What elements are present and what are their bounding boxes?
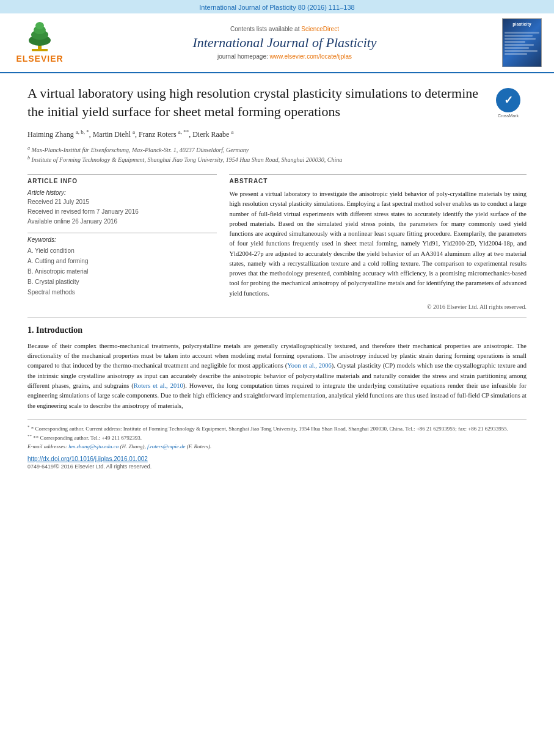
footnote-star1: * * Corresponding author. Current addres… xyxy=(27,424,527,434)
footnote-emails: E-mail addresses: hm.zhang@sjtu.edu.cn (… xyxy=(27,443,527,451)
affiliation-b: b Institute of Forming Technology & Equi… xyxy=(27,156,342,163)
plasticity-cover-image: plasticity xyxy=(502,18,542,67)
footnote-star2: ** ** Corresponding author. Tel.: +49 21… xyxy=(27,433,527,443)
journal-header: ELSEVIER Contents lists available at Sci… xyxy=(0,13,554,73)
introduction-section: 1. Introduction Because of their complex… xyxy=(27,325,527,411)
sciencedirect-line: Contents lists available at ScienceDirec… xyxy=(73,26,496,32)
main-content: A virtual laboratory using high resoluti… xyxy=(0,73,554,481)
journal-title: International Journal of Plasticity xyxy=(73,35,496,51)
homepage-url[interactable]: www.elsevier.com/locate/ijplas xyxy=(270,53,352,60)
journal-header-center: Contents lists available at ScienceDirec… xyxy=(73,26,496,60)
article-info-heading: ARTICLE INFO xyxy=(27,174,217,184)
keyword-1: A. Yield condition xyxy=(27,245,217,256)
authors-text: Haiming Zhang a, b, *, Martin Diehl a, F… xyxy=(27,130,233,139)
authors: Haiming Zhang a, b, *, Martin Diehl a, F… xyxy=(27,129,527,139)
intro-heading: 1. Introduction xyxy=(27,325,527,335)
svg-rect-1 xyxy=(32,49,48,51)
cite-yoon[interactable]: Yoon et al., 2006 xyxy=(287,362,332,369)
keyword-4: B. Crystal plasticity xyxy=(27,277,217,287)
crossmark-badge[interactable]: ✓ CrossMark xyxy=(490,84,527,121)
keyword-5: Spectral methods xyxy=(27,287,217,297)
abstract-column: ABSTRACT We present a virtual laboratory… xyxy=(229,174,527,310)
cover-lines xyxy=(505,31,539,56)
crossmark-label: CrossMark xyxy=(498,114,519,118)
keywords-heading: Keywords: xyxy=(27,233,217,243)
doi-link[interactable]: http://dx.doi.org/10.1016/j.ijplas.2016.… xyxy=(27,456,527,462)
svg-point-5 xyxy=(35,22,44,29)
affiliation-a: a Max-Planck-Institut für Eisenforschung… xyxy=(27,147,249,153)
email-zhang[interactable]: hm.zhang@sjtu.edu.cn xyxy=(68,443,118,449)
intro-paragraph-1: Because of their complex thermo-mechanic… xyxy=(27,341,527,411)
article-title-section: A virtual laboratory using high resoluti… xyxy=(27,84,527,120)
elsevier-brand: ELSEVIER xyxy=(16,54,63,64)
page: International Journal of Plasticity 80 (… xyxy=(0,0,554,756)
sciencedirect-link[interactable]: ScienceDirect xyxy=(301,26,339,32)
affiliations: a Max-Planck-Institut für Eisenforschung… xyxy=(27,144,527,164)
keyword-3: B. Anisotropic material xyxy=(27,266,217,277)
cite-roters[interactable]: Roters et al., 2010 xyxy=(134,382,183,389)
top-bar: International Journal of Plasticity 80 (… xyxy=(0,0,554,13)
journal-homepage: journal homepage: www.elsevier.com/locat… xyxy=(73,53,496,60)
history-label: Article history: xyxy=(27,189,217,196)
keyword-2: A. Cutting and forming xyxy=(27,256,217,266)
crossmark-icon: ✓ xyxy=(504,93,513,107)
elsevier-tree-icon xyxy=(18,22,61,53)
article-history: Article history: Received 21 July 2015 R… xyxy=(27,189,217,227)
article-title: A virtual laboratory using high resoluti… xyxy=(27,84,527,120)
two-column-section: ARTICLE INFO Article history: Received 2… xyxy=(27,174,527,310)
elsevier-logo: ELSEVIER xyxy=(12,22,67,64)
top-bar-text: International Journal of Plasticity 80 (… xyxy=(199,4,354,11)
received-date: Received 21 July 2015 xyxy=(27,197,217,207)
section-divider xyxy=(27,318,527,318)
available-date: Available online 26 January 2016 xyxy=(27,217,217,227)
abstract-text: We present a virtual laboratory to inves… xyxy=(229,189,527,299)
copyright-line: © 2016 Elsevier Ltd. All rights reserved… xyxy=(229,303,527,310)
journal-cover: plasticity xyxy=(502,18,542,67)
abstract-heading: ABSTRACT xyxy=(229,174,527,184)
footnotes-section: * * Corresponding author. Current addres… xyxy=(27,420,527,470)
issn-line: 0749-6419/© 2016 Elsevier Ltd. All right… xyxy=(27,463,527,470)
email-roters[interactable]: f.roters@mpie.de xyxy=(147,443,185,449)
crossmark-circle: ✓ xyxy=(496,88,520,112)
article-info-column: ARTICLE INFO Article history: Received 2… xyxy=(27,174,217,310)
keywords-list: A. Yield condition A. Cutting and formin… xyxy=(27,245,217,297)
revised-date: Received in revised form 7 January 2016 xyxy=(27,207,217,217)
